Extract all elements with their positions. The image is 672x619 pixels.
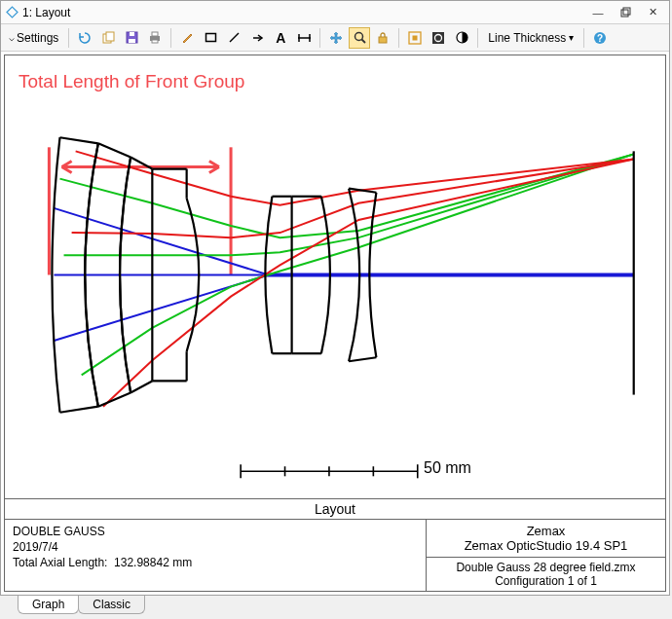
separator — [477, 28, 478, 48]
svg-rect-10 — [205, 34, 215, 42]
svg-line-11 — [230, 33, 239, 42]
info-title: DOUBLE GAUSS — [13, 524, 418, 539]
fit-window-button[interactable] — [404, 27, 426, 49]
close-button[interactable]: ✕ — [642, 4, 663, 21]
separator — [68, 28, 69, 48]
refresh-button[interactable] — [74, 27, 95, 49]
dimension-tool-button[interactable] — [293, 27, 315, 49]
chevron-down-icon: ⌵ — [9, 32, 15, 43]
tab-graph[interactable]: Graph — [18, 596, 79, 614]
layout-window: 1: Layout — ✕ ⌵ Settings A — [0, 0, 670, 596]
separator — [319, 28, 320, 48]
arrow-tool-button[interactable] — [246, 27, 268, 49]
settings-label: Settings — [17, 31, 58, 45]
info-left: DOUBLE GAUSS 2019/7/4 Total Axial Length… — [5, 520, 427, 591]
axial-length-value: 132.98842 mm — [114, 556, 192, 569]
lock-button[interactable] — [372, 27, 393, 49]
config: Configuration 1 of 1 — [432, 574, 659, 588]
info-right: Zemax Zemax OpticStudio 19.4 SP1 Double … — [427, 520, 665, 591]
svg-rect-21 — [432, 32, 444, 44]
pencil-tool-button[interactable] — [176, 27, 198, 49]
svg-rect-1 — [623, 8, 630, 15]
restore-button[interactable] — [615, 4, 636, 21]
svg-line-17 — [361, 40, 365, 44]
optical-layout-svg — [5, 55, 665, 498]
svg-rect-3 — [106, 32, 114, 41]
zoom-button[interactable] — [349, 27, 370, 49]
separator — [398, 28, 399, 48]
copy-button[interactable] — [97, 27, 119, 49]
app-icon — [5, 6, 19, 19]
settings-dropdown[interactable]: ⌵ Settings — [4, 27, 63, 49]
plot-area[interactable]: Total Length of Front Group — [5, 55, 665, 498]
info-right-top: Zemax Zemax OpticStudio 19.4 SP1 — [427, 520, 665, 558]
bottom-tabs: Graph Classic — [0, 596, 672, 617]
svg-rect-9 — [152, 40, 158, 43]
rectangle-tool-button[interactable] — [200, 27, 221, 49]
product: Zemax OpticStudio 19.4 SP1 — [432, 538, 659, 553]
line-thickness-label: Line Thickness — [488, 31, 566, 45]
canvas-wrap: Total Length of Front Group — [1, 52, 669, 595]
svg-line-31 — [98, 143, 131, 157]
tab-classic[interactable]: Classic — [78, 596, 145, 614]
pan-button[interactable] — [325, 27, 347, 49]
info-right-bot: Double Gauss 28 degree field.zmx Configu… — [427, 558, 665, 591]
titlebar: 1: Layout — ✕ — [1, 1, 669, 24]
print-button[interactable] — [144, 27, 166, 49]
vendor: Zemax — [432, 524, 659, 538]
save-button[interactable] — [121, 27, 142, 49]
svg-rect-18 — [379, 37, 387, 43]
file: Double Gauss 28 degree field.zmx — [432, 561, 659, 574]
line-thickness-dropdown[interactable]: Line Thickness ▾ — [483, 27, 579, 49]
line-tool-button[interactable] — [223, 27, 244, 49]
separator — [583, 28, 584, 48]
minimize-button[interactable]: — — [587, 4, 609, 21]
svg-text:?: ? — [597, 32, 603, 43]
svg-rect-8 — [152, 32, 158, 36]
help-button[interactable]: ? — [589, 27, 611, 49]
svg-line-35 — [131, 381, 152, 392]
svg-line-46 — [349, 357, 376, 361]
svg-rect-6 — [130, 32, 134, 36]
plot-caption: Layout — [5, 498, 665, 519]
chevron-down-icon: ▾ — [569, 32, 574, 43]
contrast-button[interactable] — [451, 27, 472, 49]
window-buttons: — ✕ — [587, 4, 665, 21]
info-date: 2019/7/4 — [13, 539, 418, 555]
window-title: 1: Layout — [22, 6, 587, 19]
text-tool-button[interactable]: A — [270, 27, 291, 49]
info-panel: DOUBLE GAUSS 2019/7/4 Total Axial Length… — [5, 519, 665, 591]
canvas: Total Length of Front Group — [4, 55, 666, 592]
toolbar: ⌵ Settings A Line Thickness ▾ ? — [1, 24, 669, 52]
info-axial-length: Total Axial Length: 132.98842 mm — [13, 555, 418, 570]
svg-point-16 — [355, 33, 362, 41]
axial-length-label: Total Axial Length: — [13, 556, 107, 569]
target-button[interactable] — [428, 27, 449, 49]
svg-rect-20 — [413, 35, 418, 40]
separator — [170, 28, 171, 48]
svg-line-30 — [60, 407, 98, 413]
svg-rect-5 — [129, 39, 135, 43]
scale-label: 50 mm — [424, 459, 471, 477]
svg-rect-0 — [621, 10, 628, 17]
svg-line-29 — [60, 137, 98, 143]
